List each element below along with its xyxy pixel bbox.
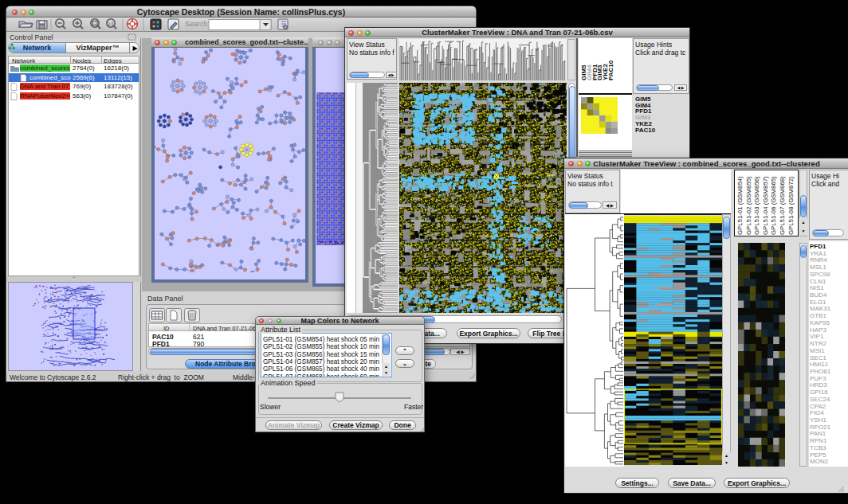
svg-text:GPL51-01 (GSM854): GPL51-01 (GSM854): [736, 176, 744, 235]
svg-text:PAC10: PAC10: [607, 60, 614, 80]
svg-text:GPL51-03 (GSM856): GPL51-03 (GSM856): [753, 176, 760, 235]
svg-text:GPL51-02 (GSM855): GPL51-02 (GSM855): [745, 176, 752, 235]
svg-text:GPL51-06 (GSM865): GPL51-06 (GSM865): [770, 176, 777, 235]
svg-text:1:1: 1:1: [108, 21, 114, 26]
svg-text:GPL51-07 (GSM868): GPL51-07 (GSM868): [779, 176, 786, 235]
svg-text:GPL51-08 (GSM872): GPL51-08 (GSM872): [787, 176, 795, 235]
svg-text:Search:: Search:: [185, 20, 210, 28]
svg-text:GPL51-04 (GSM857): GPL51-04 (GSM857): [762, 176, 769, 235]
